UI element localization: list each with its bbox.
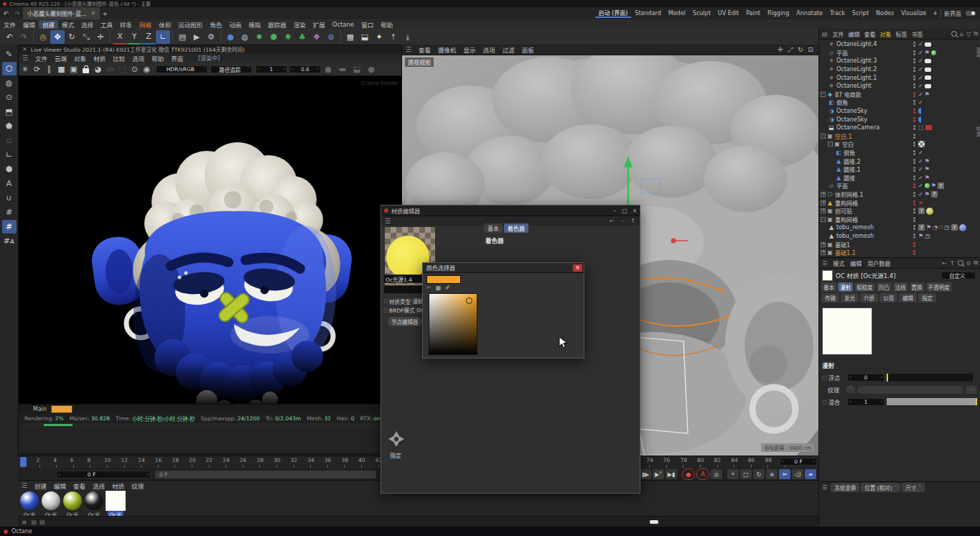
mm-menu-0[interactable]: 创建: [31, 481, 50, 490]
menu-5[interactable]: 工具: [97, 20, 116, 29]
spin-field-2[interactable]: ‹0.6›: [289, 65, 321, 73]
aov-icon[interactable]: ▬: [335, 63, 350, 76]
workspace-tab-6[interactable]: Rigging: [764, 10, 793, 17]
flagp-tag[interactable]: ⚑: [925, 166, 930, 172]
object-row-17[interactable]: ▱平面✓⚑?: [819, 182, 980, 190]
lv-menu-1[interactable]: 云端: [51, 54, 70, 63]
attr-menu-1[interactable]: 编辑: [847, 259, 864, 267]
lv-menu-5[interactable]: 选项: [129, 54, 148, 63]
subsample-icon[interactable]: ▭: [104, 63, 116, 76]
live-select-icon[interactable]: ◎: [36, 30, 50, 44]
lv-menu-4[interactable]: 比较: [109, 54, 129, 63]
q-tag[interactable]: ?: [918, 208, 925, 214]
float-input-bar[interactable]: [887, 374, 973, 382]
mm-menu-1[interactable]: 编辑: [50, 481, 70, 490]
hamburger-icon[interactable]: ☰: [406, 46, 411, 53]
chk-tag[interactable]: ✓: [918, 182, 923, 189]
expand-icon[interactable]: -: [821, 217, 826, 222]
object-row-13[interactable]: ◧倒角✓: [819, 149, 980, 157]
lv-menu-3[interactable]: 材质: [90, 54, 109, 63]
attr-tab-漫射[interactable]: 漫射: [838, 282, 853, 292]
attr-tab-置换[interactable]: 置换: [910, 282, 925, 292]
visibility-dots[interactable]: [911, 217, 917, 222]
octane-ball-icon[interactable]: ●: [223, 30, 238, 44]
wtag-tag[interactable]: [925, 42, 931, 47]
workplane-icon[interactable]: ∟: [2, 148, 17, 162]
coord-system-icon[interactable]: ∟: [156, 30, 170, 44]
skyball-tag[interactable]: [918, 116, 925, 123]
octane-object-icon[interactable]: ⬢: [266, 30, 281, 44]
vp-menu-1[interactable]: 摄像机: [434, 45, 460, 54]
menu-2[interactable]: 创建: [39, 20, 58, 29]
layout-b-icon[interactable]: ▤: [39, 519, 45, 525]
kernel-select[interactable]: 路径追踪˅: [210, 65, 252, 73]
tex-tag[interactable]: [918, 141, 925, 147]
export-icon[interactable]: ⤒: [386, 30, 401, 44]
goto-end-button[interactable]: ▶▮: [666, 469, 677, 479]
denoise-icon[interactable]: ●: [321, 63, 335, 76]
lv-menu-6[interactable]: 帮助: [148, 54, 167, 63]
object-row-15[interactable]: ▲圆锥.1✓⚑: [819, 165, 980, 174]
lv-menu-7[interactable]: 界面: [167, 54, 187, 63]
visibility-dots[interactable]: [911, 192, 917, 197]
object-row-23[interactable]: ▲tobu_remesh⚑◳: [819, 232, 980, 241]
attr-tab-传输[interactable]: 传输: [821, 293, 839, 302]
clay-mode-icon[interactable]: ◕: [92, 63, 104, 76]
vp-menu-0[interactable]: 查看: [415, 45, 434, 54]
preset-select[interactable]: 自定义˅: [941, 272, 976, 279]
expand-icon[interactable]: -: [821, 134, 826, 139]
chk-tag[interactable]: ✓: [918, 149, 923, 156]
visibility-dots[interactable]: [911, 117, 917, 122]
menu-16[interactable]: Octane: [329, 21, 358, 28]
material-swatch-4[interactable]: Oc光: [106, 491, 126, 518]
visibility-dots[interactable]: [911, 208, 917, 213]
menu-6[interactable]: 样条: [116, 20, 136, 29]
object-row-18[interactable]: +⬡体积网格.1✓⚑?: [819, 190, 980, 199]
chk-tag[interactable]: ✓: [918, 57, 923, 64]
object-row-1[interactable]: ▱平面✓⚑: [819, 49, 980, 57]
snap-enabled-icon[interactable]: #: [2, 220, 17, 234]
up-icon[interactable]: ↑: [950, 260, 955, 267]
wtag-tag[interactable]: [925, 59, 931, 63]
layout-menu-icon[interactable]: ≡: [22, 519, 27, 526]
layout-a-icon[interactable]: ▤: [32, 519, 37, 525]
keyframe-button[interactable]: ◎: [711, 469, 722, 479]
q-tag[interactable]: ?: [918, 224, 925, 231]
import-icon[interactable]: ⤓: [401, 30, 415, 44]
colorspace-select[interactable]: HDR/sRGB˅: [156, 65, 207, 73]
menu-9[interactable]: 运动图形: [174, 20, 206, 29]
dotsq-tag[interactable]: ∷: [939, 224, 943, 231]
workspace-tab-8[interactable]: Track: [826, 10, 849, 17]
visibility-dots[interactable]: [911, 142, 917, 147]
visibility-dots[interactable]: [911, 100, 917, 105]
redo-icon[interactable]: ↷: [17, 30, 31, 44]
current-frame-field[interactable]: ‹0 F›: [56, 471, 151, 479]
float-field[interactable]: ‹0›: [847, 374, 885, 382]
pan-icon[interactable]: ✛: [775, 43, 785, 57]
side-tab-render[interactable]: 渲染: [974, 47, 980, 58]
greenball-tag[interactable]: [931, 50, 936, 55]
expand-icon[interactable]: +: [821, 250, 826, 255]
om-menu-1[interactable]: 编辑: [846, 30, 862, 38]
flagp-tag[interactable]: ⚑: [925, 91, 930, 98]
chk-tag[interactable]: ✓: [918, 66, 923, 73]
visibility-dots[interactable]: [911, 108, 917, 114]
octane-material-icon[interactable]: ◍: [238, 30, 252, 44]
workspace-toggle[interactable]: [966, 11, 976, 16]
flagp-tag[interactable]: ⚑: [925, 175, 930, 181]
object-row-7[interactable]: ◧倒角✓: [819, 98, 980, 107]
redo-history-icon[interactable]: ↷: [11, 6, 23, 20]
visibility-dots[interactable]: [911, 67, 917, 72]
tab-basic[interactable]: 基本: [484, 223, 503, 233]
object-row-8[interactable]: ◑OctaneSky: [819, 107, 980, 116]
menu-13[interactable]: 跟踪器: [264, 20, 290, 29]
flagp-tag[interactable]: ⚑: [925, 50, 930, 56]
region-render-icon[interactable]: ▣: [67, 63, 80, 76]
texture-field[interactable]: [857, 386, 963, 394]
filter-icon[interactable]: ▽: [966, 31, 971, 37]
xmark-tag[interactable]: ✕: [918, 200, 923, 206]
expand-icon[interactable]: +: [821, 192, 826, 197]
move-icon[interactable]: ✥: [50, 30, 65, 44]
mix-field[interactable]: ‹1›: [847, 398, 885, 406]
menu-0[interactable]: 文件: [0, 20, 19, 29]
